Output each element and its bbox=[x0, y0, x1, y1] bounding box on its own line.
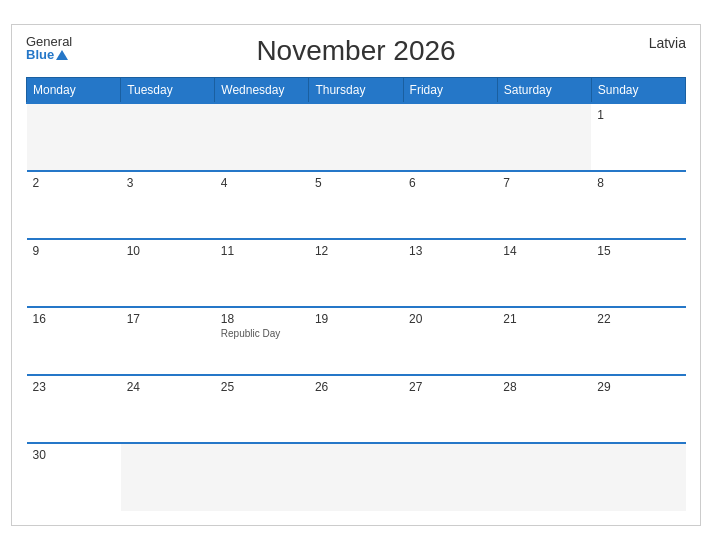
day-number: 28 bbox=[503, 380, 585, 394]
calendar-day-cell: 15 bbox=[591, 239, 685, 307]
calendar-title: November 2026 bbox=[256, 35, 455, 67]
calendar-day-cell: 30 bbox=[27, 443, 121, 511]
day-number: 4 bbox=[221, 176, 303, 190]
weekday-header-monday: Monday bbox=[27, 78, 121, 104]
calendar-day-cell bbox=[497, 103, 591, 171]
weekday-header-wednesday: Wednesday bbox=[215, 78, 309, 104]
day-number: 24 bbox=[127, 380, 209, 394]
day-number: 7 bbox=[503, 176, 585, 190]
calendar-day-cell: 8 bbox=[591, 171, 685, 239]
calendar-day-cell bbox=[215, 103, 309, 171]
day-number: 23 bbox=[33, 380, 115, 394]
day-number: 3 bbox=[127, 176, 209, 190]
calendar-day-cell: 3 bbox=[121, 171, 215, 239]
calendar-day-cell: 24 bbox=[121, 375, 215, 443]
weekday-header-sunday: Sunday bbox=[591, 78, 685, 104]
calendar-day-cell bbox=[309, 103, 403, 171]
calendar-week-row: 161718Republic Day19202122 bbox=[27, 307, 686, 375]
logo-triangle-icon bbox=[56, 50, 68, 60]
day-number: 5 bbox=[315, 176, 397, 190]
calendar-day-cell bbox=[309, 443, 403, 511]
calendar-day-cell: 11 bbox=[215, 239, 309, 307]
day-number: 20 bbox=[409, 312, 491, 326]
logo-blue-text: Blue bbox=[26, 48, 54, 61]
day-number: 30 bbox=[33, 448, 115, 462]
calendar-day-cell: 2 bbox=[27, 171, 121, 239]
day-number: 29 bbox=[597, 380, 679, 394]
event-label: Republic Day bbox=[221, 328, 303, 339]
weekday-header-tuesday: Tuesday bbox=[121, 78, 215, 104]
calendar-table: MondayTuesdayWednesdayThursdayFridaySatu… bbox=[26, 77, 686, 511]
weekday-header-friday: Friday bbox=[403, 78, 497, 104]
day-number: 16 bbox=[33, 312, 115, 326]
day-number: 9 bbox=[33, 244, 115, 258]
day-number: 12 bbox=[315, 244, 397, 258]
calendar-day-cell bbox=[27, 103, 121, 171]
calendar-week-row: 2345678 bbox=[27, 171, 686, 239]
day-number: 27 bbox=[409, 380, 491, 394]
calendar-day-cell: 12 bbox=[309, 239, 403, 307]
calendar-day-cell: 9 bbox=[27, 239, 121, 307]
calendar-day-cell: 1 bbox=[591, 103, 685, 171]
day-number: 11 bbox=[221, 244, 303, 258]
calendar-week-row: 23242526272829 bbox=[27, 375, 686, 443]
day-number: 26 bbox=[315, 380, 397, 394]
calendar-week-row: 9101112131415 bbox=[27, 239, 686, 307]
day-number: 14 bbox=[503, 244, 585, 258]
calendar-week-row: 30 bbox=[27, 443, 686, 511]
calendar-day-cell: 14 bbox=[497, 239, 591, 307]
weekday-header-saturday: Saturday bbox=[497, 78, 591, 104]
calendar-day-cell: 28 bbox=[497, 375, 591, 443]
calendar-day-cell: 7 bbox=[497, 171, 591, 239]
calendar-day-cell: 17 bbox=[121, 307, 215, 375]
day-number: 18 bbox=[221, 312, 303, 326]
day-number: 2 bbox=[33, 176, 115, 190]
country-label: Latvia bbox=[649, 35, 686, 51]
calendar-day-cell: 20 bbox=[403, 307, 497, 375]
day-number: 22 bbox=[597, 312, 679, 326]
calendar-day-cell: 4 bbox=[215, 171, 309, 239]
day-number: 17 bbox=[127, 312, 209, 326]
calendar-day-cell bbox=[215, 443, 309, 511]
day-number: 13 bbox=[409, 244, 491, 258]
calendar-day-cell bbox=[403, 443, 497, 511]
calendar-day-cell: 26 bbox=[309, 375, 403, 443]
day-number: 8 bbox=[597, 176, 679, 190]
calendar-week-row: 1 bbox=[27, 103, 686, 171]
calendar-header: General Blue November 2026 Latvia bbox=[26, 35, 686, 67]
calendar-day-cell: 18Republic Day bbox=[215, 307, 309, 375]
calendar-day-cell: 5 bbox=[309, 171, 403, 239]
weekday-header-thursday: Thursday bbox=[309, 78, 403, 104]
calendar-day-cell: 19 bbox=[309, 307, 403, 375]
calendar-day-cell: 22 bbox=[591, 307, 685, 375]
calendar-day-cell: 23 bbox=[27, 375, 121, 443]
day-number: 25 bbox=[221, 380, 303, 394]
day-number: 1 bbox=[597, 108, 679, 122]
calendar-day-cell bbox=[121, 103, 215, 171]
calendar-day-cell: 16 bbox=[27, 307, 121, 375]
calendar-day-cell: 21 bbox=[497, 307, 591, 375]
calendar-day-cell bbox=[497, 443, 591, 511]
day-number: 10 bbox=[127, 244, 209, 258]
day-number: 21 bbox=[503, 312, 585, 326]
calendar: General Blue November 2026 Latvia Monday… bbox=[11, 24, 701, 526]
calendar-day-cell: 13 bbox=[403, 239, 497, 307]
day-number: 15 bbox=[597, 244, 679, 258]
calendar-day-cell bbox=[121, 443, 215, 511]
calendar-day-cell: 10 bbox=[121, 239, 215, 307]
day-number: 6 bbox=[409, 176, 491, 190]
calendar-day-cell: 25 bbox=[215, 375, 309, 443]
calendar-day-cell: 27 bbox=[403, 375, 497, 443]
calendar-day-cell: 29 bbox=[591, 375, 685, 443]
day-number: 19 bbox=[315, 312, 397, 326]
calendar-day-cell bbox=[591, 443, 685, 511]
calendar-day-cell: 6 bbox=[403, 171, 497, 239]
calendar-day-cell bbox=[403, 103, 497, 171]
weekday-header-row: MondayTuesdayWednesdayThursdayFridaySatu… bbox=[27, 78, 686, 104]
logo: General Blue bbox=[26, 35, 72, 61]
